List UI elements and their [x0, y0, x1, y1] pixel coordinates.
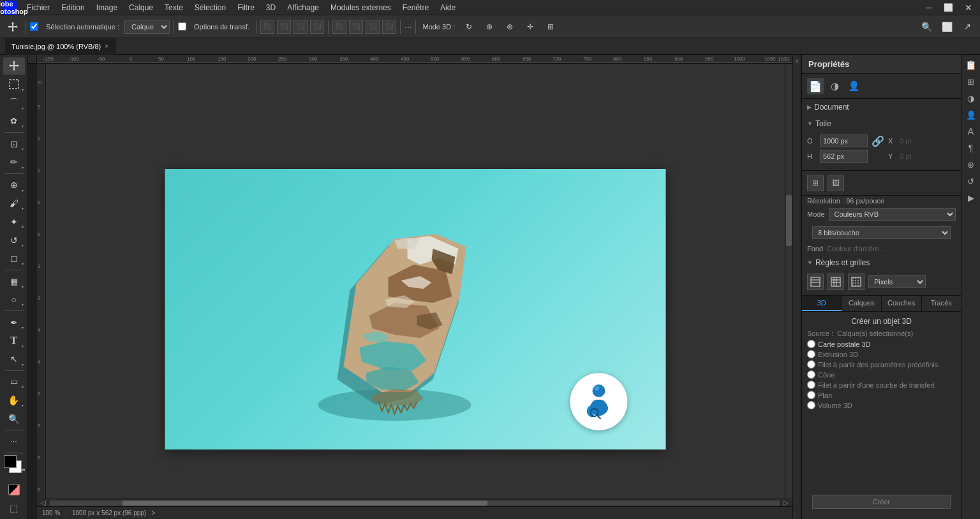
align-justify-btn[interactable]: ⬛	[310, 20, 324, 34]
align-center-v-btn[interactable]: ⬛	[349, 20, 363, 34]
radio-volume[interactable]: Volume 3D	[807, 401, 956, 409]
tool-crop[interactable]: ⊡ ▾	[3, 135, 25, 152]
align-center-h-btn[interactable]: ⬛	[277, 20, 291, 34]
tool-dodge[interactable]: ○ ▾	[3, 291, 25, 309]
tab-traces[interactable]: Tracés	[922, 296, 961, 311]
width-input[interactable]	[820, 135, 868, 147]
workspace-btn[interactable]: ⬜	[938, 18, 956, 36]
regles-icon-2[interactable]	[828, 274, 844, 290]
menu-3d[interactable]: 3D	[261, 2, 281, 13]
tools-extra-btn[interactable]: ⊛	[963, 157, 979, 172]
menu-aide[interactable]: Aide	[435, 2, 461, 13]
tool-type[interactable]: T ▾	[3, 332, 25, 349]
radio-filet-predéfinis[interactable]: Filet à partir des paramètres prédéfinis	[807, 360, 956, 369]
align-dist-v-btn[interactable]: ⬛	[382, 20, 396, 34]
tool-shape[interactable]: ▭ ▾	[3, 373, 25, 390]
tool-zoom[interactable]: 🔍	[3, 410, 25, 427]
tool-path-select[interactable]: ↖ ▾	[3, 351, 25, 368]
tool-screenmode[interactable]: ⬚	[3, 499, 25, 516]
scroll-left-btn[interactable]: ◁	[37, 499, 50, 507]
tool-eyedropper[interactable]: ✏ ▾	[3, 154, 25, 171]
more-options-btn[interactable]: ···	[405, 22, 412, 32]
panel-collapse-btn[interactable]: «	[792, 55, 801, 519]
3d-pan-btn[interactable]: ⊕	[480, 18, 498, 36]
tool-marquee[interactable]: ▾	[3, 76, 25, 93]
swap-colors-btn[interactable]: ⇄	[20, 467, 26, 473]
auto-select-checkbox[interactable]	[30, 22, 38, 31]
menu-fichier[interactable]: Fichier	[22, 2, 55, 13]
tool-history[interactable]: ↺ ▾	[3, 231, 25, 249]
menu-calque[interactable]: Calque	[124, 2, 158, 13]
adjustments-panel-btn[interactable]: ◑	[963, 91, 979, 106]
status-expand-btn[interactable]: >	[151, 509, 155, 516]
move-tool-btn[interactable]	[4, 18, 22, 36]
3d-scale-btn[interactable]: ⊞	[542, 18, 560, 36]
properties-panel-btn[interactable]: 📋	[963, 57, 979, 73]
color-mode-select[interactable]: Couleurs RVB Niveaux de gris CMJN	[829, 208, 956, 221]
image-size-icon[interactable]: 🖼	[828, 175, 844, 191]
tool-pen[interactable]: ✒ ▾	[3, 314, 25, 331]
layers-panel-btn[interactable]: ⊞	[963, 74, 979, 89]
radio-carte-postale[interactable]: Carte postale 3D	[807, 340, 956, 348]
menu-edition[interactable]: Edition	[56, 2, 90, 13]
radio-plan[interactable]: Plan	[807, 391, 956, 399]
doc-icon-btn[interactable]: 📄	[807, 78, 824, 94]
regles-section-header[interactable]: ▼ Règles et grilles	[802, 254, 961, 271]
tool-brush[interactable]: 🖌 ▾	[3, 195, 25, 212]
radio-cone[interactable]: Cône	[807, 370, 956, 379]
tool-heal[interactable]: ⊕ ▾	[3, 177, 25, 194]
actions-panel-btn[interactable]: ▶	[963, 190, 979, 205]
regles-icon-1[interactable]	[807, 274, 824, 290]
3d-roll-btn[interactable]: ⊛	[501, 18, 519, 36]
pixels-select[interactable]: Pixels Pouces Centimètres	[868, 275, 926, 288]
person-panel-btn[interactable]: 👤	[963, 107, 979, 122]
paragraph-panel-btn[interactable]: ¶	[963, 140, 979, 156]
tab-couches[interactable]: Couches	[882, 296, 922, 311]
share-btn[interactable]: ↗	[958, 18, 976, 36]
h-scrollbar-thumb[interactable]	[122, 501, 487, 506]
tab-close-btn[interactable]: ×	[105, 43, 108, 50]
radio-extrusion[interactable]: Extrusion 3D	[807, 350, 956, 358]
3d-rotate-btn[interactable]: ↻	[460, 18, 478, 36]
tool-more[interactable]: ···	[3, 433, 25, 450]
color-swatches[interactable]: ⇄	[4, 455, 24, 471]
tool-eraser[interactable]: ◻ ▾	[3, 250, 25, 267]
menu-filtre[interactable]: Filtre	[232, 2, 260, 13]
tool-gradient[interactable]: ▦ ▾	[3, 273, 25, 290]
tool-quick-select[interactable]: ✿ ▾	[3, 113, 25, 130]
tool-move[interactable]	[3, 57, 25, 75]
fg-color-swatch[interactable]	[4, 455, 17, 468]
minimize-btn[interactable]: ─	[921, 1, 937, 14]
align-left-btn[interactable]: ⬛	[260, 20, 274, 34]
document-section[interactable]: ▶ Document	[802, 99, 961, 115]
tool-stamp[interactable]: ✦ ▾	[3, 213, 25, 230]
layer-select[interactable]: Calque Groupe	[124, 20, 170, 34]
document-tab[interactable]: Tunisie.jpg @ 100% (RVB/8) ×	[5, 38, 115, 55]
text-panel-btn[interactable]: A	[963, 124, 979, 139]
tool-lasso[interactable]: ⌒ ▾	[3, 94, 25, 112]
3d-slide-btn[interactable]: ✛	[521, 18, 539, 36]
search-btn[interactable]: 🔍	[917, 18, 935, 36]
radio-filet-courbe[interactable]: Filet à partir d'une courbe de transfert	[807, 381, 956, 389]
history-panel-btn[interactable]: ↺	[963, 173, 979, 189]
align-right-btn[interactable]: ⬛	[293, 20, 308, 34]
align-bottom-btn[interactable]: ⬛	[366, 20, 380, 34]
bits-select[interactable]: 8 bits/couche 16 bits/couche 32 bits/cou…	[812, 226, 951, 239]
canvas-size-icon[interactable]: ⊞	[807, 175, 824, 191]
tool-quickmask[interactable]	[3, 481, 25, 498]
toile-section-header[interactable]: ▼ Toile	[802, 115, 961, 132]
height-input[interactable]	[820, 150, 868, 163]
menu-fenetre[interactable]: Fenêtre	[397, 2, 434, 13]
maximize-btn[interactable]: ⬜	[939, 2, 958, 13]
v-scrollbar[interactable]	[785, 64, 792, 499]
tab-calques[interactable]: Calques	[842, 296, 882, 311]
scroll-right-btn[interactable]: ▷	[780, 499, 792, 507]
menu-selection[interactable]: Sélection	[189, 2, 231, 13]
menu-modules[interactable]: Modules externes	[325, 2, 396, 13]
menu-affichage[interactable]: Affichage	[282, 2, 324, 13]
regles-icon-3[interactable]	[848, 274, 865, 290]
create-3d-btn[interactable]: Créer	[812, 495, 951, 509]
tab-3d[interactable]: 3D	[802, 296, 842, 311]
tool-hand[interactable]: ✋ ▾	[3, 391, 25, 409]
h-scrollbar-track[interactable]	[50, 501, 780, 506]
